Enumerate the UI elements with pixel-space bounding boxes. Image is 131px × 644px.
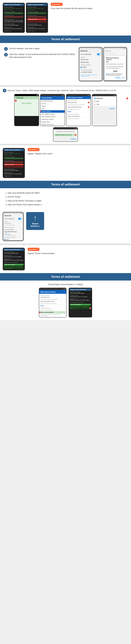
- step-number-2: 2: [4, 53, 8, 56]
- bt-received-files: Received files: [80, 62, 89, 63]
- af-faster: Faster communication Enable this for ada…: [70, 304, 91, 310]
- phone-screen-2: Adapter Status Information Bluetooth Ena…: [26, 3, 48, 33]
- divider-1: [0, 85, 131, 87]
- bt-checkbox-row[interactable]: Allow OBD2 to access your contacts and c…: [106, 73, 124, 76]
- intro-left: Adapter Status Information Bluetooth Ena…: [3, 3, 48, 33]
- adapter-card-2: Adapter Status Information Bluetooth Ena…: [26, 3, 48, 32]
- bt-radio: [94, 98, 96, 99]
- torque-phone-5: 12:00 小米手机(Auto [34:80:B3:04:5E:58] OBDI…: [53, 127, 78, 142]
- repeat-obd-row[interactable]: OBD2: [3, 238, 23, 240]
- bt-received-files-row[interactable]: Received files: [79, 61, 102, 64]
- bt-available-title: AVAILABLE DEVICES: [79, 69, 102, 71]
- q2-conn-adapter: Connection to adapter The adapter talks …: [4, 156, 24, 160]
- obd2-bt-device[interactable]: OBDII...: [40, 305, 66, 307]
- t-adapter[interactable]: 2 Adapter Settings: [40, 110, 65, 113]
- intro-text: If you meet the problem like the picture…: [51, 7, 128, 10]
- obd2-conn-label: Connection settings: [40, 294, 66, 296]
- device-cancel-btn[interactable]: CANCEL: [70, 138, 76, 140]
- repeat-paired-label: Paired Bluetooth device: [4, 231, 22, 232]
- s-dot-1: [36, 95, 37, 96]
- t-dash[interactable]: Dash Installation settings: [40, 116, 65, 118]
- t-themes[interactable]: Themes: [40, 102, 65, 105]
- bt-device-val[interactable]: OBDII...: [67, 110, 90, 113]
- obd2-conn-type[interactable]: Connection Type: [40, 296, 66, 298]
- bt-option[interactable]: Bluetooth 4: [93, 97, 116, 100]
- q3-version: Adapter Version The firmware version of …: [4, 254, 24, 258]
- bt-elm-device[interactable]: ELM327:OBDII: [79, 71, 102, 74]
- t-speech[interactable]: Speed/Alarm Settings: [40, 118, 65, 121]
- repeat-bt-elm-row[interactable]: ELM327:OBDII: [3, 228, 23, 231]
- t-logging[interactable]: Data Logging & Upload: [40, 113, 65, 116]
- obd2-choose-bt[interactable]: Choose Bluetooth Device: [40, 300, 66, 303]
- torque-phone-2: 12:00 Torque Settings ⋮ General Preferen…: [40, 94, 65, 126]
- bt-radio-selected: [80, 67, 82, 68]
- repeat-solution-box: ↑ RepeatSolution 1: [26, 212, 44, 230]
- torque-phone-4: 12:00 Bluetooth 4 WIFI USB: [92, 94, 117, 126]
- repeat-bt-toggle[interactable]: Turn on Bluetooth: [3, 217, 23, 220]
- notes-row-2: Adapter Notes: [27, 30, 47, 32]
- terms2-section: 1. open your bluetooth,unpair the OBDII.…: [0, 188, 131, 210]
- t-alarms[interactable]: Manage Alarms: [40, 121, 65, 123]
- bt-elm-name: ELM327:OBDII: [82, 72, 92, 73]
- bt-allow-text: You may also need to align this PIN on t…: [106, 66, 124, 69]
- step-2: 2 Open the "setting" of your android,and…: [4, 53, 76, 59]
- usb-option[interactable]: USB: [93, 103, 116, 106]
- auto-device-name: 小米手机(Auto [34:80:B3:04:5E:58]: [55, 131, 74, 132]
- bt-checkbox[interactable]: [106, 74, 107, 75]
- torque-phone-3: 12:00 OBD2 Adapter Settings Connection s…: [66, 94, 91, 126]
- q2-right: Question 2 Appear "Adapter Error count": [28, 148, 52, 155]
- bt-ok-btn[interactable]: OK: [122, 77, 124, 78]
- conn-type-item[interactable]: 3 Connection Type: [67, 102, 90, 104]
- t-gps[interactable]: Manage GPS/Sensors: [40, 123, 65, 126]
- bt-toggle-row[interactable]: Turn on Bluetooth: [79, 53, 102, 56]
- choose-bt-item[interactable]: Choose Bluetooth Device 5: [67, 106, 90, 108]
- mfr-row-2: Adapter Manufacturer This made the OBD2 …: [27, 23, 47, 26]
- conn-adapter-row-2: Connection to adapter The adapter talks …: [27, 11, 47, 14]
- obd2-settings-title: OBD2 Adapter Settings: [68, 97, 82, 98]
- bt-pin-text: PIN contains letters or symbols.: [106, 63, 124, 65]
- q2-notes: Adapter Notes: [4, 175, 24, 177]
- bt-toggle-on[interactable]: [97, 53, 101, 55]
- bt-cancel-btn[interactable]: CANCEL: [115, 77, 121, 78]
- step-number-3: 3: [3, 89, 6, 92]
- faster-comm-item[interactable]: Faster communication: [67, 115, 90, 118]
- repeat-bt-toggle-on[interactable]: [18, 218, 22, 220]
- step-1: 1 Exit the software, and enter it again: [4, 47, 76, 51]
- wifi-option[interactable]: WIFI: [93, 100, 116, 103]
- bt-paired-device[interactable]: OBD2: [79, 66, 102, 69]
- bt-cancel-btn[interactable]: CANCEL: [109, 108, 115, 110]
- question2-section: Adapter Status Information Bluetooth Ena…: [0, 145, 131, 181]
- t-plugins[interactable]: Plugins: [40, 105, 65, 108]
- card-title-2: Adapter Status Information: [27, 4, 47, 6]
- label-2: 2: [40, 111, 41, 112]
- repeat-profile-label: Current playing: [4, 234, 22, 235]
- torque-screenshots: TORQUE Engine Performance OBD2 1 Tap to …: [3, 94, 128, 142]
- intro-right: Question 1 If you meet the problem like …: [51, 3, 128, 10]
- t-menu-icon[interactable]: ⋮: [62, 97, 64, 99]
- auto-device-row[interactable]: 小米手机(Auto [34:80:B3:04:5E:58]: [54, 130, 77, 134]
- q2-conn-ecu: Connection to ECU The adapter talks OK t…: [4, 160, 24, 164]
- bt-pairing-dialog: Bluetooth pairing request PIN PIN contai…: [105, 56, 126, 80]
- obd2-faster-comm-row[interactable]: Faster communication 1: [40, 311, 66, 314]
- bt-label: Bluetooth Enabled: [4, 6, 24, 8]
- terms3-choose-text: Choose faster communication in "setting": [4, 283, 127, 286]
- step-number-1: 1: [4, 47, 8, 51]
- repeat-radio: [4, 229, 6, 230]
- q2-error-highlight: Adapter Error Count This should stay at …: [4, 164, 24, 168]
- card-title-1: Adapter Status Information: [4, 4, 24, 6]
- t-units[interactable]: Units: [40, 108, 65, 110]
- t-status-5: 12:00: [53, 128, 78, 130]
- obd2-baud-label: Try different baud rates: [40, 307, 66, 309]
- steps-with-phones: 1 Exit the software, and enter it again …: [4, 46, 127, 82]
- bt-pairing-status: 12:34: [104, 48, 126, 49]
- version-row-2: Adapter Version The firmware version of …: [27, 26, 47, 30]
- step3-text: Open your Torque---setting---OBD2 Adapte…: [8, 89, 116, 92]
- obdii-device-row[interactable]: OBDII [AA:BB:CC:11:22:33] 6: [54, 134, 77, 136]
- t-general[interactable]: General Preferences: [40, 100, 65, 102]
- bt-cant-find[interactable]: (Can't find the target device? View poss…: [79, 74, 102, 77]
- label-5: 5: [88, 106, 90, 108]
- bt-val: Bluetooth is currently enabled and ready…: [4, 8, 24, 10]
- q3-card-title: Adapter Status Information: [4, 248, 24, 251]
- q2-bt-row: Bluetooth Enabled Bluetooth is currently…: [4, 151, 24, 156]
- adapter-final-phone: Adapter Status Information Adapter Manuf…: [69, 288, 92, 318]
